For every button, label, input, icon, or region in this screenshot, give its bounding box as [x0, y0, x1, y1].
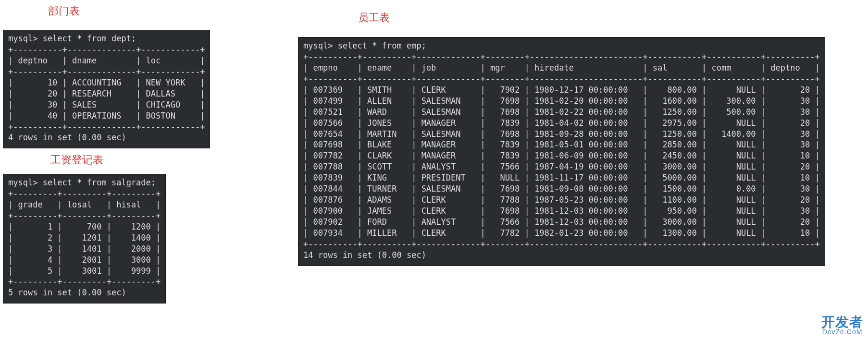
- emp-title: 员工表: [358, 11, 390, 25]
- watermark: 开发者 DevZe.CoM: [821, 316, 863, 335]
- dept-title: 部门表: [48, 4, 80, 18]
- emp-query: mysql> select * from emp;: [303, 41, 426, 50]
- salgrade-title: 工资登记表: [50, 153, 103, 167]
- salgrade-footer: 5 rows in set (0.00 sec): [8, 288, 126, 297]
- dept-query: mysql> select * from dept;: [8, 34, 136, 43]
- watermark-main: 开发者: [821, 315, 863, 329]
- watermark-sub: DevZe.CoM: [821, 329, 863, 335]
- dept-table: +----------+--------------+------------+…: [8, 45, 205, 132]
- salgrade-terminal: mysql> select * from salgrade; +--------…: [3, 174, 166, 304]
- dept-terminal: mysql> select * from dept; +----------+-…: [3, 30, 210, 148]
- salgrade-table: +---------+---------+---------+ | grade …: [8, 189, 161, 287]
- emp-terminal: mysql> select * from emp; +----------+--…: [298, 37, 825, 266]
- salgrade-query: mysql> select * from salgrade;: [8, 178, 156, 187]
- dept-footer: 4 rows in set (0.00 sec): [8, 133, 126, 142]
- emp-footer: 14 rows in set (0.00 sec): [303, 250, 426, 260]
- emp-table: +----------+----------+-------------+---…: [303, 52, 820, 249]
